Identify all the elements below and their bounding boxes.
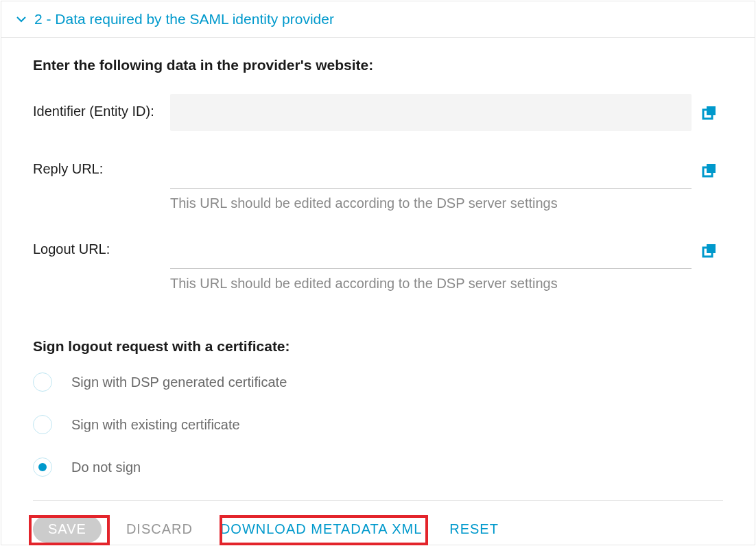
label-logout-url: Logout URL:	[33, 232, 170, 257]
radio-icon	[33, 372, 52, 392]
copy-identifier-button[interactable]	[696, 99, 723, 126]
intro-text: Enter the following data in the provider…	[33, 57, 723, 73]
radio-sign-existing[interactable]: Sign with existing certificate	[33, 415, 723, 434]
radio-do-not-sign[interactable]: Do not sign	[33, 458, 723, 477]
reply-url-hint: This URL should be edited according to t…	[170, 195, 723, 211]
discard-button[interactable]: DISCARD	[123, 516, 196, 543]
copy-icon	[701, 104, 718, 121]
radio-label: Do not sign	[71, 460, 141, 475]
reset-button[interactable]: RESET	[447, 516, 501, 543]
copy-reply-url-button[interactable]	[696, 156, 723, 184]
download-metadata-button[interactable]: DOWNLOAD METADATA XML	[217, 516, 425, 543]
radio-icon	[33, 458, 52, 477]
row-logout-url: Logout URL: This URL should be edited ac…	[33, 232, 723, 311]
copy-icon	[701, 242, 718, 259]
chevron-down-icon	[15, 13, 27, 25]
radio-icon	[33, 415, 52, 434]
radio-label: Sign with DSP generated certificate	[71, 375, 287, 390]
radio-label: Sign with existing certificate	[71, 417, 240, 433]
radio-sign-dsp[interactable]: Sign with DSP generated certificate	[33, 372, 723, 392]
section-title: 2 - Data required by the SAML identity p…	[34, 11, 334, 27]
copy-icon	[701, 162, 718, 178]
logout-url-hint: This URL should be edited according to t…	[170, 276, 723, 292]
identifier-input[interactable]	[170, 94, 692, 131]
button-bar: SAVE DISCARD DOWNLOAD METADATA XML RESET	[33, 501, 723, 543]
certificate-section-title: Sign logout request with a certificate:	[33, 338, 723, 355]
row-identifier: Identifier (Entity ID):	[33, 94, 723, 131]
reply-url-input[interactable]	[170, 152, 692, 189]
label-reply-url: Reply URL:	[33, 152, 170, 177]
label-identifier: Identifier (Entity ID):	[33, 94, 170, 119]
section-header[interactable]: 2 - Data required by the SAML identity p…	[1, 1, 755, 38]
row-reply-url: Reply URL: This URL should be edited acc…	[33, 152, 723, 230]
copy-logout-url-button[interactable]	[696, 237, 723, 264]
section-body: Enter the following data in the provider…	[1, 38, 755, 546]
saml-config-panel: 2 - Data required by the SAML identity p…	[1, 1, 755, 545]
save-button[interactable]: SAVE	[33, 516, 102, 543]
logout-url-input[interactable]	[170, 232, 692, 269]
